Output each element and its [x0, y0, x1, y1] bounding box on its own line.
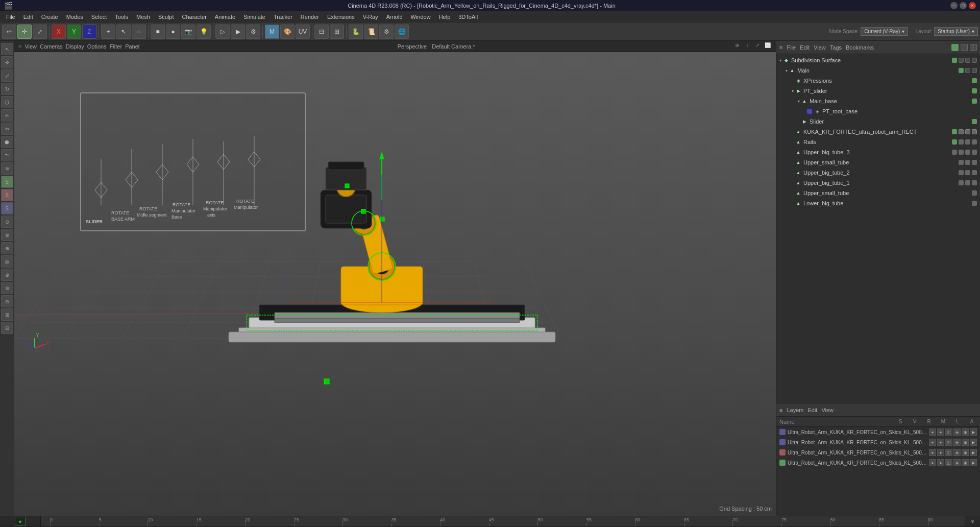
- toolbar-texture[interactable]: 🎨: [280, 25, 295, 39]
- close-button[interactable]: ✕: [969, 2, 976, 9]
- layer-icon-2[interactable]: ●: [937, 428, 944, 436]
- layer-icon-b5[interactable]: ◉: [962, 449, 969, 456]
- layer-icon-h6[interactable]: ▶: [970, 439, 977, 446]
- tree-item-main[interactable]: ▾ ▲ Main: [777, 65, 979, 76]
- lt-axis[interactable]: ⊞: [1, 308, 13, 321]
- layer-row-geometry[interactable]: Ultra_Robot_Arm_KUKA_KR_FORTEC_on_Skids_…: [776, 427, 980, 437]
- lt-s3[interactable]: S: [1, 202, 13, 214]
- menu-item-sculpt[interactable]: Sculpt: [154, 13, 178, 21]
- layer-icon-b6[interactable]: ▶: [970, 449, 977, 456]
- lt-ik[interactable]: ⊜: [1, 282, 13, 294]
- menu-item-render[interactable]: Render: [297, 13, 323, 21]
- toolbar-new[interactable]: +: [101, 25, 115, 39]
- lt-joint[interactable]: ⊛: [1, 269, 13, 281]
- layer-icon-c4[interactable]: ◈: [953, 459, 961, 466]
- tree-item-ust[interactable]: ▾ ▲ Upper_small_tube: [777, 157, 979, 167]
- lt-mesh[interactable]: ⬡: [1, 96, 13, 108]
- scene-edit-menu[interactable]: Edit: [800, 44, 810, 51]
- tree-item-ptslider[interactable]: ▾ ▶ PT_slider: [777, 86, 979, 96]
- lt-workplane[interactable]: ⊟: [1, 322, 13, 334]
- tree-item-slider[interactable]: ▾ ▶ Slider: [777, 116, 979, 127]
- toolbar-render[interactable]: ▷: [215, 25, 230, 39]
- tree-item-ust2[interactable]: ▾ ▲ Upper_small_tube: [777, 188, 979, 198]
- layer-icon-h3[interactable]: ◫: [945, 439, 952, 446]
- layer-icon-b3[interactable]: ◫: [945, 449, 952, 456]
- lt-rotate[interactable]: ↻: [1, 83, 13, 95]
- scene-view-menu[interactable]: View: [814, 44, 826, 51]
- layer-icon-c3[interactable]: ◫: [945, 459, 952, 466]
- tree-item-ubt2[interactable]: ▾ ▲ Upper_big_tube_2: [777, 167, 979, 178]
- toolbar-uvw[interactable]: UV: [296, 25, 310, 39]
- lt-magnet[interactable]: ⊙: [1, 215, 13, 228]
- layers-menu-icon[interactable]: ≡: [779, 407, 782, 413]
- layer-icon-3[interactable]: ◫: [945, 428, 952, 436]
- lt-knife[interactable]: ✂: [1, 123, 13, 135]
- toolbar-floor[interactable]: ⊟: [314, 25, 329, 39]
- layer-row-bones[interactable]: Ultra_Robot_Arm_KUKA_KR_FORTEC_on_Skids_…: [776, 447, 980, 458]
- layer-icon-h1[interactable]: ●: [929, 439, 936, 446]
- viewport-icon-2[interactable]: ↕: [743, 42, 751, 51]
- tree-item-ubt1[interactable]: ▾ ▲ Upper_big_tube_1: [777, 178, 979, 188]
- lt-rigging[interactable]: ⊕: [1, 242, 13, 254]
- toolbar-rendersettings[interactable]: ⚙: [246, 25, 260, 39]
- layer-icon-c6[interactable]: ▶: [970, 459, 977, 466]
- menu-item-help[interactable]: Help: [435, 13, 455, 21]
- layer-icon-c5[interactable]: ◉: [962, 459, 969, 466]
- scene-menu-icon[interactable]: ≡: [779, 44, 782, 51]
- menu-item-animate[interactable]: Animate: [211, 13, 239, 21]
- timeline-ruler[interactable]: 051015202530354045505560657075808590: [41, 516, 965, 526]
- toolbar-orbit[interactable]: ○: [132, 25, 146, 39]
- toolbar-grid[interactable]: ⊞: [330, 25, 344, 39]
- tree-item-rootbase[interactable]: ▾ ◈ PT_root_base: [777, 106, 979, 116]
- node-space-dropdown[interactable]: Current (V-Ray)▾: [861, 27, 908, 36]
- maximize-button[interactable]: □: [960, 2, 967, 9]
- menu-item-create[interactable]: Create: [37, 13, 62, 21]
- viewport-display-menu[interactable]: Display: [66, 43, 84, 50]
- minimize-button[interactable]: ─: [950, 2, 958, 9]
- viewport-cameras-menu[interactable]: Cameras: [40, 43, 63, 50]
- tree-item-ubt3[interactable]: ▾ ▲ Upper_big_tube_3: [777, 147, 979, 157]
- menu-item-edit[interactable]: Edit: [19, 13, 37, 21]
- layer-icon-b2[interactable]: ●: [937, 449, 944, 456]
- menu-item-file[interactable]: File: [2, 13, 19, 21]
- lt-s2[interactable]: S: [1, 189, 13, 201]
- toolbar-pointer[interactable]: ↖: [116, 25, 131, 39]
- layer-icon-h4[interactable]: ◈: [953, 439, 961, 446]
- lt-extrude[interactable]: ⬢: [1, 136, 13, 148]
- toolbar-xaxis[interactable]: X: [52, 25, 66, 39]
- tree-item-mainbase[interactable]: ▾ ▲ Main_base: [777, 96, 979, 106]
- scene-bookmarks-menu[interactable]: Bookmarks: [846, 44, 874, 51]
- layer-icon-b4[interactable]: ◈: [953, 449, 961, 456]
- tree-item-kuka[interactable]: ▾ ▲ KUKA_KR_FORTEC_ultra_robot_arm_RECT: [777, 127, 979, 137]
- viewport-icon-3[interactable]: ⤢: [753, 42, 762, 51]
- lt-weight[interactable]: ⊗: [1, 229, 13, 241]
- lt-paint[interactable]: ✏: [1, 109, 13, 122]
- menu-item-window[interactable]: Window: [407, 13, 435, 21]
- menu-item-extensions[interactable]: Extensions: [323, 13, 359, 21]
- toolbar-settings[interactable]: ⚙: [379, 25, 394, 39]
- scene-gray-btn[interactable]: [961, 44, 968, 51]
- lt-spline[interactable]: 〜: [1, 149, 13, 161]
- lt-camera2[interactable]: ◎: [1, 255, 13, 268]
- tree-item-lbt[interactable]: ▾ ▲ Lower_big_tube: [777, 198, 979, 208]
- layer-icon-h5[interactable]: ◉: [962, 439, 969, 446]
- viewport-panel-menu[interactable]: Panel: [125, 43, 139, 50]
- layers-view-btn[interactable]: View: [821, 407, 834, 413]
- toolbar-move[interactable]: ✛: [17, 25, 32, 39]
- lt-deform[interactable]: ≋: [1, 162, 13, 175]
- toolbar-material[interactable]: M: [265, 25, 279, 39]
- toolbar-script[interactable]: 📜: [364, 25, 378, 39]
- viewport-view-menu[interactable]: View: [24, 43, 37, 50]
- menu-item-character[interactable]: Character: [178, 13, 211, 21]
- layer-icon-b1[interactable]: ●: [929, 449, 936, 456]
- lt-select[interactable]: ↖: [1, 43, 13, 55]
- layer-icon-1[interactable]: ●: [929, 428, 936, 436]
- lt-move[interactable]: ✛: [1, 56, 13, 68]
- lt-scale[interactable]: ⤢: [1, 69, 13, 82]
- tree-item-xpressions[interactable]: ▾ ◈ XPressions: [777, 76, 979, 86]
- scene-file-menu[interactable]: File: [787, 44, 796, 51]
- menu-item-arnold[interactable]: Arnold: [382, 13, 407, 21]
- timeline-scroll-right[interactable]: ▼: [970, 519, 975, 524]
- viewport-canvas[interactable]: SLIDER ROTATE BASE ARM ROTATE Midle segm…: [14, 52, 776, 516]
- menu-item-modes[interactable]: Modes: [62, 13, 87, 21]
